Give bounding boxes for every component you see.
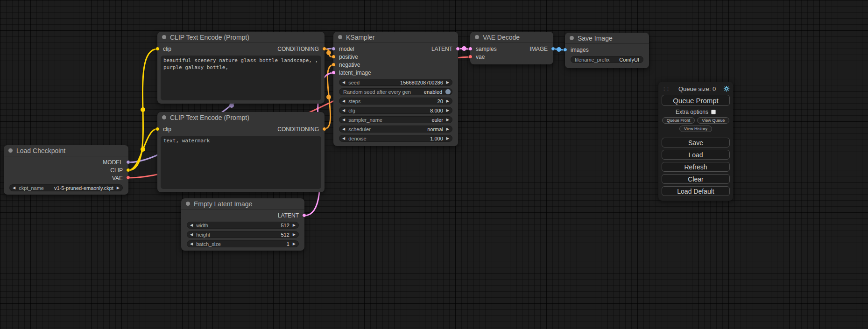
refresh-button[interactable]: Refresh	[662, 162, 730, 172]
collapse-dot-icon[interactable]	[338, 35, 342, 39]
clip-input-port[interactable]	[155, 47, 160, 51]
widget-label: ckpt_name	[19, 185, 44, 191]
settings-gear-icon[interactable]	[723, 85, 730, 92]
vae-input-port[interactable]	[468, 55, 473, 59]
load-default-button[interactable]: Load Default	[662, 186, 730, 196]
view-queue-button[interactable]: View Queue	[697, 117, 729, 124]
model-input-port[interactable]	[332, 47, 336, 51]
images-input-port[interactable]	[563, 48, 567, 52]
widget-value: 1	[287, 241, 289, 247]
decrement-arrow-icon[interactable]: ◀	[190, 242, 193, 246]
node-load-checkpoint[interactable]: Load Checkpoint MODEL CLIP VAE ◀ ckpt_na…	[4, 145, 128, 195]
width-widget[interactable]: ◀ width 512 ▶	[187, 222, 299, 229]
extra-options-checkbox[interactable]	[711, 110, 716, 114]
latent-image-input-port[interactable]	[332, 70, 336, 75]
increment-arrow-icon[interactable]: ▶	[293, 233, 296, 237]
collapse-dot-icon[interactable]	[475, 35, 479, 39]
load-button[interactable]: Load	[662, 150, 730, 160]
prev-value-arrow-icon[interactable]: ◀	[342, 127, 345, 131]
drag-handle-icon[interactable]: ⋮⋮	[662, 86, 671, 92]
latent-image-input-row: latent_image	[333, 69, 458, 77]
decrement-arrow-icon[interactable]: ◀	[342, 137, 345, 140]
queue-prompt-button[interactable]: Queue Prompt	[662, 95, 730, 106]
clip-output-port[interactable]	[126, 168, 130, 172]
model-output-port[interactable]	[126, 160, 130, 164]
node-title-bar[interactable]: Empty Latent Image	[181, 198, 304, 210]
positive-input-port[interactable]	[332, 55, 336, 59]
view-history-button[interactable]: View History	[679, 126, 712, 132]
prev-value-arrow-icon[interactable]: ◀	[13, 186, 15, 190]
node-title: CLIP Text Encode (Prompt)	[170, 34, 249, 41]
node-title-bar[interactable]: KSampler	[333, 32, 458, 43]
increment-arrow-icon[interactable]: ▶	[293, 224, 296, 227]
clip-input-port[interactable]	[155, 127, 160, 131]
node-vae-decode[interactable]: VAE Decode samples IMAGE vae	[470, 32, 553, 64]
node-title-bar[interactable]: CLIP Text Encode (Prompt)	[157, 32, 325, 43]
next-value-arrow-icon[interactable]: ▶	[117, 186, 120, 190]
node-title-bar[interactable]: VAE Decode	[470, 32, 553, 43]
increment-arrow-icon[interactable]: ▶	[446, 109, 449, 112]
port-label: clip	[163, 126, 171, 133]
steps-widget[interactable]: ◀ steps 20 ▶	[339, 98, 452, 105]
next-value-arrow-icon[interactable]: ▶	[446, 118, 449, 122]
widget-value: 512	[281, 232, 289, 238]
node-graph-canvas[interactable]: Load Checkpoint MODEL CLIP VAE ◀ ckpt_na…	[0, 0, 868, 329]
node-title: VAE Decode	[483, 34, 520, 41]
vae-output-row: VAE	[4, 174, 128, 182]
ckpt-name-widget[interactable]: ◀ ckpt_name v1-5-pruned-emaonly.ckpt ▶	[9, 184, 123, 191]
filename-prefix-widget[interactable]: filename_prefix ComfyUI	[571, 56, 643, 63]
increment-arrow-icon[interactable]: ▶	[293, 242, 296, 246]
decrement-arrow-icon[interactable]: ◀	[190, 224, 193, 227]
node-empty-latent-image[interactable]: Empty Latent Image LATENT ◀ width 512 ▶ …	[181, 198, 304, 251]
collapse-dot-icon[interactable]	[186, 202, 190, 206]
random-seed-toggle[interactable]	[445, 89, 451, 95]
vae-output-port[interactable]	[126, 175, 130, 180]
collapse-dot-icon[interactable]	[570, 36, 574, 40]
decrement-arrow-icon[interactable]: ◀	[342, 81, 345, 84]
clear-button[interactable]: Clear	[662, 174, 730, 184]
port-label: LATENT	[278, 212, 299, 219]
queue-front-button[interactable]: Queue Front	[662, 117, 695, 124]
height-widget[interactable]: ◀ height 512 ▶	[187, 231, 299, 238]
scheduler-widget[interactable]: ◀ scheduler normal ▶	[339, 126, 452, 133]
port-label: positive	[339, 54, 358, 60]
negative-input-port[interactable]	[332, 63, 336, 67]
node-title-bar[interactable]: Load Checkpoint	[4, 145, 128, 156]
wire-midpoint-dot	[326, 95, 331, 99]
increment-arrow-icon[interactable]: ▶	[446, 81, 449, 84]
positive-prompt-textarea[interactable]: beautiful scenery nature glass bottle la…	[161, 56, 321, 100]
random-seed-widget[interactable]: Random seed after every gen enabled	[339, 88, 452, 95]
save-button[interactable]: Save	[662, 138, 730, 147]
port-label: CLIP	[110, 167, 123, 174]
decrement-arrow-icon[interactable]: ◀	[342, 109, 345, 112]
latent-output-port[interactable]	[302, 213, 306, 217]
node-clip-text-encode-negative[interactable]: CLIP Text Encode (Prompt) clip CONDITION…	[157, 112, 325, 192]
sampler-name-widget[interactable]: ◀ sampler_name euler ▶	[339, 116, 452, 123]
node-ksampler[interactable]: KSampler model LATENT positive negative …	[333, 32, 458, 146]
increment-arrow-icon[interactable]: ▶	[446, 99, 449, 103]
widget-label: height	[196, 232, 210, 238]
node-save-image[interactable]: Save Image images filename_prefix ComfyU…	[565, 33, 649, 68]
increment-arrow-icon[interactable]: ▶	[446, 137, 449, 140]
next-value-arrow-icon[interactable]: ▶	[446, 127, 449, 131]
decrement-arrow-icon[interactable]: ◀	[342, 99, 345, 103]
node-title-bar[interactable]: CLIP Text Encode (Prompt)	[157, 112, 325, 123]
port-label: CONDITIONING	[277, 46, 319, 52]
conditioning-output-port[interactable]	[322, 127, 326, 131]
collapse-dot-icon[interactable]	[162, 115, 166, 119]
image-output-port[interactable]	[551, 47, 555, 51]
samples-input-port[interactable]	[468, 47, 473, 51]
negative-prompt-textarea[interactable]: text, watermark	[161, 136, 321, 189]
denoise-widget[interactable]: ◀ denoise 1.000 ▶	[339, 135, 452, 142]
node-clip-text-encode-positive[interactable]: CLIP Text Encode (Prompt) clip CONDITION…	[157, 32, 325, 104]
latent-output-port[interactable]	[456, 47, 460, 51]
prev-value-arrow-icon[interactable]: ◀	[342, 118, 345, 122]
conditioning-output-port[interactable]	[322, 47, 326, 51]
cfg-widget[interactable]: ◀ cfg 8.000 ▶	[339, 107, 452, 114]
collapse-dot-icon[interactable]	[162, 35, 166, 39]
node-title-bar[interactable]: Save Image	[565, 33, 649, 44]
collapse-dot-icon[interactable]	[8, 148, 13, 153]
batch-size-widget[interactable]: ◀ batch_size 1 ▶	[187, 240, 299, 247]
decrement-arrow-icon[interactable]: ◀	[190, 233, 193, 237]
seed-widget[interactable]: ◀ seed 156680208700286 ▶	[339, 79, 452, 86]
